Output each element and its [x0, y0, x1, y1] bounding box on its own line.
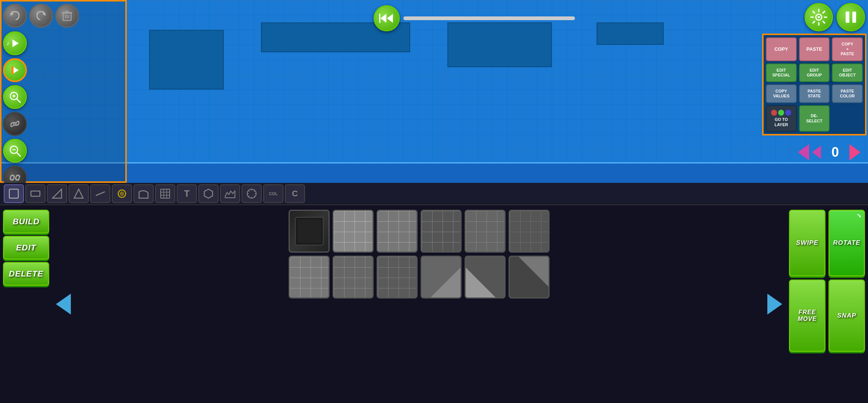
- tab-spike[interactable]: [69, 184, 89, 203]
- block-4[interactable]: [421, 210, 462, 253]
- svg-marker-8: [12, 40, 19, 47]
- deselect-button[interactable]: DE-SELECT: [799, 105, 830, 131]
- tab-text[interactable]: T: [177, 184, 197, 203]
- svg-marker-41: [74, 189, 83, 198]
- svg-point-22: [15, 175, 21, 181]
- block-12[interactable]: [509, 256, 550, 299]
- block-11[interactable]: [465, 256, 506, 299]
- tab-terrain[interactable]: [220, 184, 240, 203]
- edit-mode-button[interactable]: EDIT: [3, 236, 49, 260]
- svg-line-57: [254, 196, 255, 197]
- chain-button[interactable]: [3, 166, 27, 183]
- paste-button[interactable]: PASTE: [799, 37, 830, 61]
- copy-paste-button[interactable]: COPY+PASTE: [832, 37, 863, 61]
- svg-point-44: [120, 191, 124, 196]
- action-buttons: SWIPE ROTATE FREEMOVE SNAP: [786, 205, 868, 403]
- copy-button[interactable]: COPY: [766, 37, 797, 61]
- redo-button[interactable]: [29, 4, 53, 28]
- copy-values-button[interactable]: COPYVALUES: [766, 84, 797, 103]
- svg-line-56: [249, 191, 250, 192]
- svg-marker-23: [380, 14, 386, 23]
- go-to-layer-button[interactable]: GO TOLAYER: [766, 105, 797, 131]
- object-next-button[interactable]: [767, 294, 782, 315]
- tab-custom[interactable]: C: [285, 184, 305, 203]
- speed-slider-area: [374, 5, 575, 31]
- settings-button[interactable]: [805, 3, 833, 31]
- build-button[interactable]: BUILD: [3, 210, 49, 234]
- svg-marker-50: [204, 189, 213, 198]
- snap-button[interactable]: SNAP: [828, 279, 865, 352]
- swipe-button[interactable]: SWIPE: [789, 210, 825, 277]
- platform-strip: [0, 162, 868, 183]
- link-button[interactable]: [3, 112, 27, 136]
- svg-line-17: [17, 153, 21, 156]
- block-10[interactable]: [421, 256, 462, 299]
- zoom-out-button[interactable]: [3, 139, 27, 163]
- nav-counter: 0: [824, 144, 846, 160]
- tab-circle[interactable]: [112, 184, 132, 203]
- paste-state-button[interactable]: PASTESTATE: [799, 84, 830, 103]
- svg-line-34: [823, 11, 824, 13]
- svg-line-59: [249, 196, 250, 197]
- speed-slider-fill: [403, 16, 575, 20]
- tab-pattern[interactable]: [155, 184, 175, 203]
- bottom-nav-right: [764, 205, 786, 403]
- delete-mode-button[interactable]: DELETE: [3, 262, 49, 286]
- top-right-controls: [805, 3, 865, 31]
- tab-diagonal[interactable]: [47, 184, 67, 203]
- svg-line-12: [17, 99, 21, 103]
- svg-rect-36: [846, 12, 849, 23]
- block-2[interactable]: [333, 210, 374, 253]
- nav-right-button[interactable]: [849, 144, 861, 160]
- nav-left-large-button[interactable]: [798, 144, 809, 160]
- play-button[interactable]: [3, 58, 27, 82]
- block-7[interactable]: [289, 256, 330, 299]
- edit-special-button[interactable]: EDITSPECIAL: [766, 63, 797, 82]
- editor-canvas: CES: [0, 0, 868, 183]
- nav-left-small-button[interactable]: [812, 146, 821, 159]
- block-1[interactable]: [289, 210, 330, 253]
- speed-slider-track[interactable]: [403, 16, 575, 20]
- tab-special[interactable]: [242, 184, 262, 203]
- pause-button[interactable]: [837, 3, 865, 31]
- svg-marker-40: [53, 189, 62, 198]
- tab-block[interactable]: [4, 184, 24, 203]
- mode-buttons: BUILD EDIT DELETE: [0, 205, 52, 403]
- block-3[interactable]: [377, 210, 418, 253]
- svg-line-35: [813, 21, 814, 23]
- bottom-nav-left: [52, 205, 75, 403]
- tab-line[interactable]: [90, 184, 110, 203]
- svg-marker-24: [387, 14, 393, 23]
- svg-point-27: [818, 16, 820, 18]
- undo-button[interactable]: [3, 4, 27, 28]
- block-8[interactable]: [333, 256, 374, 299]
- edit-group-button[interactable]: EDITGROUP: [799, 63, 830, 82]
- block-9[interactable]: [377, 256, 418, 299]
- tab-col[interactable]: COL: [263, 184, 283, 203]
- tab-slope[interactable]: [133, 184, 154, 203]
- speed-button[interactable]: [374, 5, 400, 31]
- block-6[interactable]: [509, 210, 550, 253]
- left-panel-tools: ♪: [3, 31, 27, 183]
- svg-rect-37: [852, 12, 856, 23]
- tab-slab[interactable]: [25, 184, 45, 203]
- canvas-block: [597, 22, 664, 45]
- tab-hex[interactable]: [198, 184, 218, 203]
- right-panel: COPY PASTE COPY+PASTE EDITSPECIAL EDITGR…: [762, 34, 867, 135]
- free-move-button[interactable]: FREEMOVE: [789, 279, 825, 352]
- svg-rect-39: [31, 191, 40, 196]
- rotate-button[interactable]: ROTATE: [828, 210, 865, 277]
- edit-object-button[interactable]: EDITOBJECT: [832, 63, 863, 82]
- svg-line-32: [813, 11, 814, 13]
- paste-color-button[interactable]: PASTECOLOR: [832, 84, 863, 103]
- svg-rect-61: [297, 219, 321, 243]
- delete-button[interactable]: [55, 4, 79, 28]
- object-prev-button[interactable]: [56, 294, 71, 315]
- svg-rect-38: [9, 189, 18, 198]
- zoom-in-button[interactable]: [3, 85, 27, 109]
- block-5[interactable]: [465, 210, 506, 253]
- svg-rect-45: [161, 189, 170, 198]
- music-play-button[interactable]: ♪: [3, 31, 27, 55]
- svg-line-33: [823, 21, 824, 23]
- svg-point-21: [9, 175, 15, 181]
